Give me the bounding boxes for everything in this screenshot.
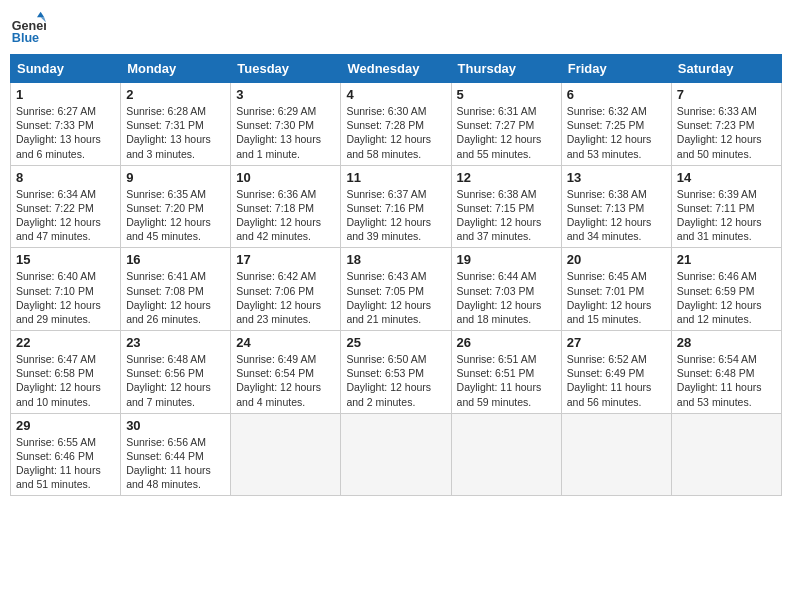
day-info: Sunrise: 6:42 AMSunset: 7:06 PMDaylight:… xyxy=(236,269,335,326)
day-number: 30 xyxy=(126,418,225,433)
day-info: Sunrise: 6:31 AMSunset: 7:27 PMDaylight:… xyxy=(457,104,556,161)
calendar-cell: 12Sunrise: 6:38 AMSunset: 7:15 PMDayligh… xyxy=(451,165,561,248)
day-number: 21 xyxy=(677,252,776,267)
calendar-cell: 8Sunrise: 6:34 AMSunset: 7:22 PMDaylight… xyxy=(11,165,121,248)
day-info: Sunrise: 6:49 AMSunset: 6:54 PMDaylight:… xyxy=(236,352,335,409)
calendar-cell: 2Sunrise: 6:28 AMSunset: 7:31 PMDaylight… xyxy=(121,83,231,166)
calendar-cell: 3Sunrise: 6:29 AMSunset: 7:30 PMDaylight… xyxy=(231,83,341,166)
day-number: 28 xyxy=(677,335,776,350)
day-number: 27 xyxy=(567,335,666,350)
col-header-sunday: Sunday xyxy=(11,55,121,83)
calendar-cell: 15Sunrise: 6:40 AMSunset: 7:10 PMDayligh… xyxy=(11,248,121,331)
svg-text:Blue: Blue xyxy=(12,31,39,45)
day-info: Sunrise: 6:48 AMSunset: 6:56 PMDaylight:… xyxy=(126,352,225,409)
day-info: Sunrise: 6:55 AMSunset: 6:46 PMDaylight:… xyxy=(16,435,115,492)
day-number: 24 xyxy=(236,335,335,350)
day-info: Sunrise: 6:38 AMSunset: 7:15 PMDaylight:… xyxy=(457,187,556,244)
day-number: 13 xyxy=(567,170,666,185)
col-header-tuesday: Tuesday xyxy=(231,55,341,83)
day-number: 1 xyxy=(16,87,115,102)
day-number: 29 xyxy=(16,418,115,433)
calendar-cell: 23Sunrise: 6:48 AMSunset: 6:56 PMDayligh… xyxy=(121,331,231,414)
calendar-cell: 21Sunrise: 6:46 AMSunset: 6:59 PMDayligh… xyxy=(671,248,781,331)
day-info: Sunrise: 6:34 AMSunset: 7:22 PMDaylight:… xyxy=(16,187,115,244)
calendar-cell xyxy=(231,413,341,496)
day-info: Sunrise: 6:33 AMSunset: 7:23 PMDaylight:… xyxy=(677,104,776,161)
col-header-friday: Friday xyxy=(561,55,671,83)
calendar-cell xyxy=(451,413,561,496)
calendar-cell: 22Sunrise: 6:47 AMSunset: 6:58 PMDayligh… xyxy=(11,331,121,414)
calendar-cell: 5Sunrise: 6:31 AMSunset: 7:27 PMDaylight… xyxy=(451,83,561,166)
day-info: Sunrise: 6:51 AMSunset: 6:51 PMDaylight:… xyxy=(457,352,556,409)
calendar-cell: 4Sunrise: 6:30 AMSunset: 7:28 PMDaylight… xyxy=(341,83,451,166)
day-info: Sunrise: 6:28 AMSunset: 7:31 PMDaylight:… xyxy=(126,104,225,161)
day-number: 2 xyxy=(126,87,225,102)
calendar-cell: 7Sunrise: 6:33 AMSunset: 7:23 PMDaylight… xyxy=(671,83,781,166)
page-header: General Blue xyxy=(10,10,782,46)
calendar-cell: 20Sunrise: 6:45 AMSunset: 7:01 PMDayligh… xyxy=(561,248,671,331)
calendar-cell: 16Sunrise: 6:41 AMSunset: 7:08 PMDayligh… xyxy=(121,248,231,331)
calendar-cell xyxy=(561,413,671,496)
day-info: Sunrise: 6:47 AMSunset: 6:58 PMDaylight:… xyxy=(16,352,115,409)
day-info: Sunrise: 6:29 AMSunset: 7:30 PMDaylight:… xyxy=(236,104,335,161)
calendar-row-1: 1Sunrise: 6:27 AMSunset: 7:33 PMDaylight… xyxy=(11,83,782,166)
calendar-cell: 26Sunrise: 6:51 AMSunset: 6:51 PMDayligh… xyxy=(451,331,561,414)
day-number: 20 xyxy=(567,252,666,267)
calendar-row-5: 29Sunrise: 6:55 AMSunset: 6:46 PMDayligh… xyxy=(11,413,782,496)
day-number: 7 xyxy=(677,87,776,102)
day-number: 8 xyxy=(16,170,115,185)
day-info: Sunrise: 6:30 AMSunset: 7:28 PMDaylight:… xyxy=(346,104,445,161)
calendar-cell: 19Sunrise: 6:44 AMSunset: 7:03 PMDayligh… xyxy=(451,248,561,331)
col-header-thursday: Thursday xyxy=(451,55,561,83)
day-number: 3 xyxy=(236,87,335,102)
calendar-cell: 1Sunrise: 6:27 AMSunset: 7:33 PMDaylight… xyxy=(11,83,121,166)
day-info: Sunrise: 6:36 AMSunset: 7:18 PMDaylight:… xyxy=(236,187,335,244)
logo-icon: General Blue xyxy=(10,10,46,46)
calendar-cell: 29Sunrise: 6:55 AMSunset: 6:46 PMDayligh… xyxy=(11,413,121,496)
calendar-cell: 17Sunrise: 6:42 AMSunset: 7:06 PMDayligh… xyxy=(231,248,341,331)
calendar-row-3: 15Sunrise: 6:40 AMSunset: 7:10 PMDayligh… xyxy=(11,248,782,331)
day-info: Sunrise: 6:37 AMSunset: 7:16 PMDaylight:… xyxy=(346,187,445,244)
day-number: 10 xyxy=(236,170,335,185)
calendar-cell xyxy=(341,413,451,496)
calendar-cell: 13Sunrise: 6:38 AMSunset: 7:13 PMDayligh… xyxy=(561,165,671,248)
day-info: Sunrise: 6:44 AMSunset: 7:03 PMDaylight:… xyxy=(457,269,556,326)
calendar-table: SundayMondayTuesdayWednesdayThursdayFrid… xyxy=(10,54,782,496)
col-header-monday: Monday xyxy=(121,55,231,83)
calendar-cell: 25Sunrise: 6:50 AMSunset: 6:53 PMDayligh… xyxy=(341,331,451,414)
day-number: 22 xyxy=(16,335,115,350)
col-header-saturday: Saturday xyxy=(671,55,781,83)
calendar-cell: 30Sunrise: 6:56 AMSunset: 6:44 PMDayligh… xyxy=(121,413,231,496)
logo: General Blue xyxy=(10,10,50,46)
day-number: 25 xyxy=(346,335,445,350)
day-info: Sunrise: 6:46 AMSunset: 6:59 PMDaylight:… xyxy=(677,269,776,326)
calendar-cell: 18Sunrise: 6:43 AMSunset: 7:05 PMDayligh… xyxy=(341,248,451,331)
day-number: 16 xyxy=(126,252,225,267)
calendar-cell: 28Sunrise: 6:54 AMSunset: 6:48 PMDayligh… xyxy=(671,331,781,414)
day-number: 15 xyxy=(16,252,115,267)
day-info: Sunrise: 6:27 AMSunset: 7:33 PMDaylight:… xyxy=(16,104,115,161)
day-info: Sunrise: 6:38 AMSunset: 7:13 PMDaylight:… xyxy=(567,187,666,244)
day-number: 17 xyxy=(236,252,335,267)
calendar-cell: 11Sunrise: 6:37 AMSunset: 7:16 PMDayligh… xyxy=(341,165,451,248)
day-info: Sunrise: 6:43 AMSunset: 7:05 PMDaylight:… xyxy=(346,269,445,326)
svg-marker-2 xyxy=(37,12,44,17)
day-number: 4 xyxy=(346,87,445,102)
day-number: 26 xyxy=(457,335,556,350)
calendar-cell: 27Sunrise: 6:52 AMSunset: 6:49 PMDayligh… xyxy=(561,331,671,414)
day-info: Sunrise: 6:32 AMSunset: 7:25 PMDaylight:… xyxy=(567,104,666,161)
day-number: 11 xyxy=(346,170,445,185)
calendar-row-4: 22Sunrise: 6:47 AMSunset: 6:58 PMDayligh… xyxy=(11,331,782,414)
day-number: 14 xyxy=(677,170,776,185)
day-info: Sunrise: 6:35 AMSunset: 7:20 PMDaylight:… xyxy=(126,187,225,244)
day-number: 5 xyxy=(457,87,556,102)
day-info: Sunrise: 6:41 AMSunset: 7:08 PMDaylight:… xyxy=(126,269,225,326)
calendar-row-2: 8Sunrise: 6:34 AMSunset: 7:22 PMDaylight… xyxy=(11,165,782,248)
calendar-cell: 14Sunrise: 6:39 AMSunset: 7:11 PMDayligh… xyxy=(671,165,781,248)
day-number: 12 xyxy=(457,170,556,185)
day-number: 9 xyxy=(126,170,225,185)
day-info: Sunrise: 6:39 AMSunset: 7:11 PMDaylight:… xyxy=(677,187,776,244)
day-info: Sunrise: 6:40 AMSunset: 7:10 PMDaylight:… xyxy=(16,269,115,326)
day-info: Sunrise: 6:52 AMSunset: 6:49 PMDaylight:… xyxy=(567,352,666,409)
day-number: 18 xyxy=(346,252,445,267)
